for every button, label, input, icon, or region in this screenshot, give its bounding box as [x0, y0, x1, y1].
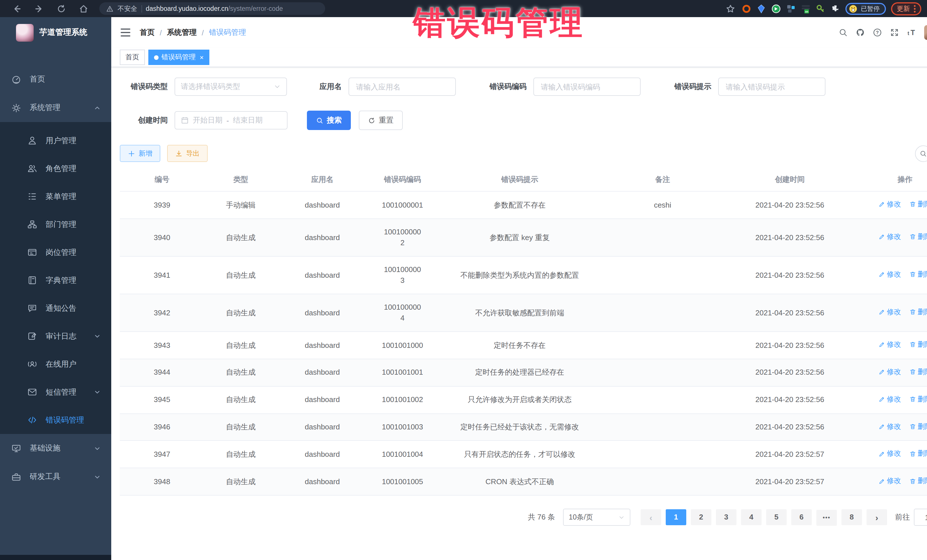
plus-icon: [128, 150, 135, 157]
sidebar-item-sms[interactable]: 短信管理: [0, 378, 111, 406]
search-icon[interactable]: [839, 28, 848, 37]
edit-link[interactable]: 修改: [878, 421, 901, 432]
page-button-6[interactable]: 6: [791, 509, 812, 525]
error-type-select[interactable]: 请选择错误码类型: [175, 77, 287, 96]
page-button-1[interactable]: 1: [666, 509, 686, 525]
error-msg-input[interactable]: [718, 77, 825, 96]
trash-icon: [909, 309, 916, 316]
page-size-select[interactable]: 10条/页: [563, 509, 631, 526]
goto-page-input[interactable]: [914, 509, 927, 526]
sidebar-item-tools[interactable]: 研发工具: [0, 463, 111, 491]
back-icon[interactable]: [12, 4, 22, 14]
edit-link[interactable]: 修改: [878, 449, 901, 459]
delete-link[interactable]: 删除: [909, 394, 927, 405]
forward-icon[interactable]: [34, 4, 44, 14]
pagination-more[interactable]: •••: [816, 510, 837, 525]
profile-paused-badge[interactable]: 已暂停: [845, 3, 886, 15]
address-bar[interactable]: 不安全 dashboard.yudao.iocoder.cn/system/er…: [99, 2, 325, 15]
extension-list-on-icon[interactable]: on: [801, 4, 811, 14]
sidebar-item-infra[interactable]: 基础设施: [0, 434, 111, 463]
page-button-5[interactable]: 5: [766, 509, 787, 525]
page-button-2[interactable]: 2: [691, 509, 711, 525]
delete-link[interactable]: 删除: [909, 367, 927, 378]
app-logo[interactable]: 芋道管理系统: [0, 17, 111, 48]
add-button[interactable]: 新增: [120, 145, 160, 162]
bookmark-star-icon[interactable]: [726, 4, 736, 14]
row-msg-cell: 只允许修改为开启或者关闭状态: [438, 386, 602, 413]
table-row: 3944自动生成dashboard1001001001定时任务的处理器已经存在2…: [120, 359, 927, 386]
hamburger-icon[interactable]: [120, 28, 131, 37]
toggle-search-button[interactable]: [915, 145, 927, 162]
browser-update-button[interactable]: 更新: [891, 2, 921, 15]
row-app-cell: dashboard: [277, 332, 368, 359]
next-page-button[interactable]: ›: [866, 509, 887, 525]
sidebar-item-dashboard[interactable]: 首页: [0, 65, 111, 94]
edit-link[interactable]: 修改: [878, 232, 901, 242]
edit-link[interactable]: 修改: [878, 367, 901, 378]
home-icon[interactable]: [79, 4, 88, 14]
delete-link[interactable]: 删除: [909, 199, 927, 210]
extensions-puzzle-icon[interactable]: [831, 4, 840, 14]
edit-link[interactable]: 修改: [878, 307, 901, 318]
sidebar-item-users[interactable]: 角色管理: [0, 155, 111, 182]
app-name-input[interactable]: [348, 77, 456, 96]
sidebar-item-book[interactable]: 字典管理: [0, 266, 111, 294]
extension-orange-ring-icon[interactable]: [742, 4, 751, 14]
page-button-8[interactable]: 8: [842, 509, 862, 525]
tag-home[interactable]: 首页: [120, 50, 145, 65]
sidebar-item-code[interactable]: 错误码管理: [0, 406, 111, 434]
export-button[interactable]: 导出: [167, 145, 208, 162]
delete-link[interactable]: 删除: [909, 269, 927, 280]
extension-blue-gem-icon[interactable]: [757, 4, 766, 14]
row-remark-cell: [602, 332, 723, 359]
delete-link[interactable]: 删除: [909, 232, 927, 242]
id-card-icon: [27, 247, 37, 257]
sidebar-item-notice-bubble[interactable]: 通知公告: [0, 294, 111, 322]
delete-link[interactable]: 删除: [909, 421, 927, 432]
sidebar-item-audit-log[interactable]: 审计日志: [0, 322, 111, 350]
edit-link[interactable]: 修改: [878, 199, 901, 210]
tag-error-code[interactable]: 错误码管理 ×: [148, 50, 209, 65]
search-button[interactable]: 搜索: [307, 111, 351, 130]
delete-link[interactable]: 删除: [909, 307, 927, 318]
breadcrumb-home[interactable]: 首页: [140, 27, 155, 38]
row-time-cell: 2021-04-20 23:52:56: [723, 294, 856, 332]
extension-green-circle-icon[interactable]: [771, 4, 781, 14]
extension-blue-cubes-icon[interactable]: [786, 4, 796, 14]
sidebar-item-id-card[interactable]: 岗位管理: [0, 238, 111, 266]
row-remark-cell: [602, 256, 723, 294]
page-button-4[interactable]: 4: [741, 509, 761, 525]
reset-button[interactable]: 重置: [359, 111, 403, 130]
row-remark-cell: [602, 413, 723, 441]
edit-link[interactable]: 修改: [878, 476, 901, 487]
sidebar-item-online-user[interactable]: 在线用户: [0, 350, 111, 378]
github-icon[interactable]: [856, 28, 865, 37]
table-row: 3941自动生成dashboard100100000 3不能删除类型为系统内置的…: [120, 256, 927, 294]
date-range-picker[interactable]: 开始日期 - 结束日期: [175, 111, 287, 129]
sidebar-item-menu-list[interactable]: 菜单管理: [0, 182, 111, 211]
prev-page-button[interactable]: ‹: [641, 509, 661, 525]
delete-link[interactable]: 删除: [909, 449, 927, 459]
edit-link[interactable]: 修改: [878, 339, 901, 350]
error-code-input[interactable]: [533, 77, 641, 96]
reload-icon[interactable]: [56, 4, 66, 14]
sidebar-item-user[interactable]: 用户管理: [0, 127, 111, 155]
help-icon[interactable]: ?: [873, 28, 882, 37]
filter-row-2: 创建时间 开始日期 - 结束日期 搜索 重置: [120, 111, 927, 130]
user-avatar[interactable]: [924, 25, 927, 40]
delete-link[interactable]: 删除: [909, 476, 927, 487]
row-msg-cell: 只有开启状态的任务，才可以修改: [438, 441, 602, 468]
extension-green-key-icon[interactable]: [816, 4, 825, 14]
users-icon: [27, 164, 37, 173]
fullscreen-icon[interactable]: [890, 28, 899, 37]
edit-link[interactable]: 修改: [878, 394, 901, 405]
font-size-icon[interactable]: tT: [907, 28, 916, 37]
column-header: 类型: [204, 168, 277, 191]
edit-link[interactable]: 修改: [878, 269, 901, 280]
close-tag-icon[interactable]: ×: [200, 54, 204, 61]
breadcrumb-system[interactable]: 系统管理: [167, 27, 196, 38]
sidebar-item-gear[interactable]: 系统管理: [0, 94, 111, 122]
page-button-3[interactable]: 3: [716, 509, 737, 525]
delete-link[interactable]: 删除: [909, 339, 927, 350]
sidebar-item-org-tree[interactable]: 部门管理: [0, 211, 111, 238]
